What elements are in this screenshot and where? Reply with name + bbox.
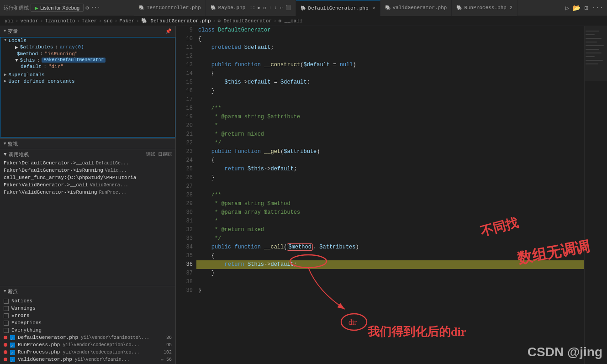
callstack-item-4[interactable]: Faker\ValidGenerator->isRunning RunProc.… [0, 189, 175, 196]
bp-exceptions: Exceptions [0, 319, 175, 327]
callstack-item-3[interactable]: Faker\ValidGenerator->__call ValidGenera… [0, 181, 175, 189]
everything-checkbox[interactable] [4, 328, 9, 333]
everything-label: Everything [11, 327, 42, 333]
run-icon[interactable]: ▷ [565, 4, 569, 12]
breakpoints-header[interactable]: ▼ 断点 [0, 286, 175, 296]
svg-rect-11 [585, 26, 607, 81]
expand-arrow: ▶ [4, 72, 6, 77]
variables-header[interactable]: ▼ 变量 📌 [0, 26, 175, 36]
more-icon[interactable]: ··· [592, 4, 603, 11]
edit-icon: ✏ [161, 357, 164, 362]
var-attributes: ▶ $attributes : array(0) [8, 44, 175, 51]
callstack-label: 调用堆栈 [9, 151, 29, 158]
php-icon: 🐘 [301, 5, 306, 11]
locals-group[interactable]: ▼ Locals [0, 37, 175, 44]
variables-panel: ▼ Locals ▶ $attributes : array(0) $metho… [0, 37, 175, 137]
tab-label: Maybe.php [218, 5, 245, 11]
tab-runprocess[interactable]: 🐘 RunProcess.php 2 [452, 0, 517, 16]
tab-defaultgenerator[interactable]: 🐘 DefaultGenerator.php ✕ [296, 0, 380, 16]
code-container[interactable]: 9 10 11 12 13 14 15 16 17 18 19 20 21 22… [176, 26, 607, 364]
bp-file-checkbox-3[interactable]: ✓ [10, 357, 15, 362]
breakpoints-section: ▼ 断点 Notices Warnings Errors Ex [0, 286, 175, 364]
bc-vendor[interactable]: vendor [20, 18, 38, 24]
play-icon: ▶ [35, 5, 38, 11]
superglobals-label: Superglobals [8, 72, 44, 78]
exceptions-checkbox[interactable] [4, 321, 9, 326]
bp-file-checkbox-2[interactable]: ✓ [10, 350, 15, 355]
php-icon: 🐘 [211, 5, 216, 11]
code-line-22: */ [196, 139, 584, 148]
warnings-label: Warnings [11, 306, 36, 311]
tab-separator-icon: :: [249, 5, 255, 11]
expand-icon: ▶ [15, 44, 18, 50]
editor-tabs: 🐘 TestController.php 🐘 Maybe.php :: ▶ ↺ … [134, 0, 563, 16]
listen-label: Listen for Xdebug [40, 5, 79, 11]
expand-arrow: ▶ [4, 79, 6, 84]
tab-testcontroller[interactable]: 🐘 TestController.php [134, 0, 206, 16]
bp-file-3: ✓ ValidGenerator.php yii\vendor\fzanin..… [0, 356, 175, 363]
php-icon: 🐘 [139, 5, 144, 11]
bp-file-checkbox-1[interactable]: ✓ [10, 343, 15, 348]
callstack-header[interactable]: ▼ 调用堆栈 调试 日跟踪 [0, 149, 175, 159]
step-icon: 日跟踪 [158, 151, 172, 158]
bc-faker2[interactable]: Faker [119, 18, 134, 24]
tab-maybe[interactable]: 🐘 Maybe.php :: ▶ ↺ ↑ ↓ ↩ ⬛ [206, 0, 296, 16]
tab-validgenerator[interactable]: 🐘 ValidGenerator.php [380, 0, 452, 16]
bc-yii[interactable]: yii [5, 18, 14, 24]
gear-icon[interactable]: ⚙ [85, 5, 89, 11]
bp-everything: Everything [0, 327, 175, 334]
breakpoints-list: Notices Warnings Errors Exceptions Every… [0, 296, 175, 364]
callstack-item-2[interactable]: call_user_func_array:{C:\phpStudy\PHPTut… [0, 174, 175, 181]
code-line-25: return $this->default; [196, 165, 584, 174]
run-debug-label: 运行和调试 [4, 5, 29, 11]
bp-file-checkbox-0[interactable]: ✓ [10, 335, 15, 340]
watch-header[interactable]: ▼ 监视 [0, 139, 175, 149]
explorer-icon[interactable]: 📂 [573, 4, 581, 12]
tab-label: DefaultGenerator.php [308, 5, 369, 11]
step-label: 调试 [146, 151, 155, 158]
locals-content: ▶ $attributes : array(0) $method : "isRu… [0, 44, 175, 70]
variables-section: ▼ 变量 📌 ▼ Locals ▶ $attributes : array(0) [0, 26, 175, 139]
code-line-11: protected $default; [196, 43, 584, 52]
code-line-23: public function __get($attribute) [196, 148, 584, 156]
bc-method[interactable]: ⊕ __call [279, 18, 303, 24]
user-constants-group[interactable]: ▶ User defined constants [0, 78, 175, 84]
bc-src[interactable]: src [104, 18, 113, 24]
callstack-item-0[interactable]: Faker\DefaultGenerator->__call DefaultGe… [0, 159, 175, 167]
minimap [584, 26, 607, 364]
errors-checkbox[interactable] [4, 313, 9, 318]
layout-icon[interactable]: ⊞ [584, 4, 588, 12]
code-line-16: } [196, 87, 584, 95]
locals-label: Locals [8, 38, 26, 43]
more-actions-icon[interactable]: ··· [90, 5, 100, 11]
arrow-icon: ▼ [4, 152, 7, 157]
callstack-actions: 调试 日跟踪 [146, 151, 172, 158]
code-line-31: * [196, 217, 584, 226]
tab-label: ValidGenerator.php [393, 5, 447, 11]
callstack-section: ▼ 调用堆栈 调试 日跟踪 Faker\DefaultGenerator->__… [0, 149, 175, 286]
code-line-29: * @param string $method [196, 200, 584, 208]
bp-dot-icon [4, 343, 7, 347]
bp-warnings: Warnings [0, 305, 175, 312]
bc-faker[interactable]: faker [82, 18, 97, 24]
close-icon[interactable]: ✕ [373, 5, 375, 11]
code-line-19: * @param string $attribute [196, 113, 584, 121]
pin-icon[interactable]: 📌 [165, 28, 172, 34]
bc-file[interactable]: 🐘 DefaultGenerator.php [141, 18, 211, 24]
callstack-item-1[interactable]: Faker\DefaultGenerator->isRunning Valid.… [0, 167, 175, 174]
code-line-28: /** [196, 191, 584, 200]
watch-section: ▼ 监视 [0, 139, 175, 149]
bp-errors: Errors [0, 312, 175, 319]
main-content: ▼ 变量 📌 ▼ Locals ▶ $attributes : array(0) [0, 26, 607, 364]
warnings-checkbox[interactable] [4, 306, 9, 311]
superglobals-group[interactable]: ▶ Superglobals [0, 72, 175, 78]
listen-xdebug-button[interactable]: ▶ Listen for Xdebug [31, 4, 84, 12]
debug-icons: ▶ ↺ ↑ ↓ ↩ ⬛ [258, 5, 290, 11]
code-line-39: } [196, 286, 584, 295]
notices-checkbox[interactable] [4, 299, 9, 304]
bc-fzaninotto[interactable]: fzaninotto [45, 18, 75, 24]
code-line-9: class DefaultGenerator [196, 26, 584, 35]
expand-icon: ▼ [15, 58, 18, 63]
bc-class[interactable]: ⚙ DefaultGenerator [217, 18, 272, 24]
errors-label: Errors [11, 313, 30, 318]
